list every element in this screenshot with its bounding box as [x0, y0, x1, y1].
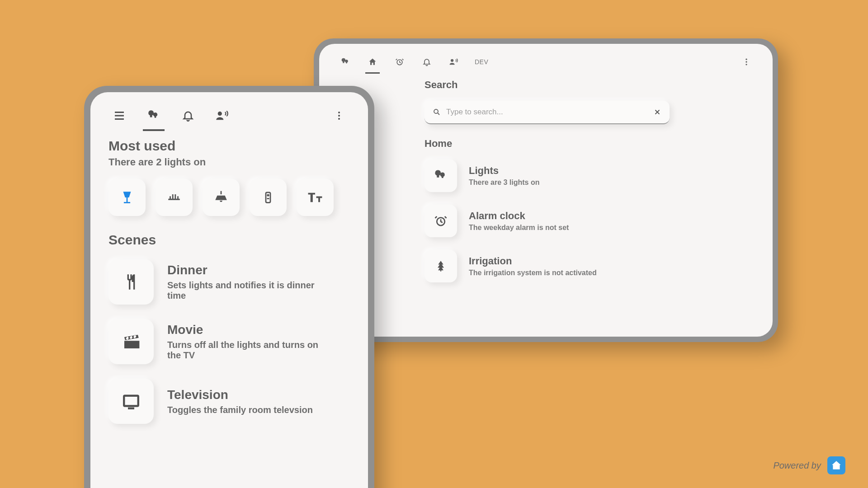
powered-by-text: Powered by [773, 460, 821, 471]
svg-point-4 [745, 64, 747, 65]
scene-movie[interactable]: Movie Turns off all the lights and turns… [108, 319, 350, 364]
item-title: Lights [469, 165, 539, 177]
menu-icon[interactable] [108, 105, 130, 127]
item-title: Alarm clock [469, 210, 569, 222]
svg-point-11 [338, 118, 340, 120]
svg-point-5 [434, 109, 438, 113]
item-texts: Irrigation The irrigation system is not … [469, 255, 597, 277]
tab-lightbulb-icon[interactable] [143, 105, 165, 127]
tablet-overflow-button[interactable] [737, 53, 755, 71]
tab-voice-icon[interactable] [445, 53, 463, 71]
home-heading: Home [425, 138, 670, 150]
tab-home-icon[interactable] [363, 53, 382, 71]
phone-device: Most used There are 2 lights on Scenes [84, 86, 374, 488]
tablet-content: Search Home Lights There are 3 lights on [336, 72, 755, 282]
scene-title: Dinner [167, 263, 330, 277]
footer-brand: Powered by [773, 456, 845, 474]
chip-desk-lamp[interactable] [108, 179, 146, 216]
phone-overflow-button[interactable] [328, 105, 350, 127]
tab-bell-icon[interactable] [418, 53, 436, 71]
most-used-subtitle: There are 2 lights on [108, 156, 350, 168]
tv-icon [108, 379, 154, 424]
tab-lightbulb-icon[interactable] [336, 53, 354, 71]
svg-point-8 [218, 112, 222, 116]
svg-point-10 [338, 115, 340, 117]
item-subtitle: The irrigation system is not activated [469, 269, 597, 277]
tab-voice-icon[interactable] [212, 105, 233, 127]
home-item-lights[interactable]: Lights There are 3 lights on [425, 160, 670, 192]
phone-topbar [108, 105, 350, 127]
search-box[interactable] [425, 101, 670, 124]
dev-label[interactable]: DEV [475, 58, 488, 66]
svg-point-2 [745, 59, 747, 60]
scene-subtitle: Sets lights and notifies it is dinner ti… [167, 280, 330, 301]
search-icon [433, 108, 441, 116]
item-subtitle: There are 3 lights on [469, 178, 539, 187]
fork-knife-icon [108, 259, 154, 305]
item-texts: Lights There are 3 lights on [469, 165, 539, 187]
tablet-topbar: DEV [336, 52, 755, 72]
scene-subtitle: Turns off all the lights and turns on th… [167, 340, 330, 361]
most-used-title: Most used [108, 138, 350, 154]
scene-texts: Television Toggles the family room telev… [167, 388, 313, 415]
item-texts: Alarm clock The weekday alarm is not set [469, 210, 569, 232]
svg-point-9 [338, 112, 340, 113]
svg-rect-15 [124, 396, 138, 406]
chip-ceiling-light[interactable] [203, 179, 240, 216]
chip-row [108, 179, 350, 216]
chip-remote[interactable] [250, 179, 287, 216]
scenes-title: Scenes [108, 232, 350, 248]
search-heading: Search [425, 79, 670, 91]
scene-subtitle: Toggles the family room televsion [167, 405, 313, 415]
scene-title: Movie [167, 323, 330, 337]
scene-texts: Dinner Sets lights and notifies it is di… [167, 263, 330, 301]
search-input[interactable] [446, 108, 653, 117]
clapperboard-icon [108, 319, 154, 364]
lightbulb-group-icon [425, 160, 457, 192]
item-title: Irrigation [469, 255, 597, 267]
svg-point-13 [268, 195, 269, 196]
scene-dinner[interactable]: Dinner Sets lights and notifies it is di… [108, 259, 350, 305]
home-assistant-icon [827, 456, 845, 474]
clear-icon[interactable] [653, 108, 661, 116]
tablet-screen: DEV Search Home [319, 44, 773, 337]
scene-texts: Movie Turns off all the lights and turns… [167, 323, 330, 361]
scene-television[interactable]: Television Toggles the family room telev… [108, 379, 350, 424]
svg-point-3 [745, 61, 747, 62]
home-item-alarm[interactable]: Alarm clock The weekday alarm is not set [425, 205, 670, 237]
alarm-clock-icon [425, 205, 457, 237]
home-item-irrigation[interactable]: Irrigation The irrigation system is not … [425, 250, 670, 282]
tree-icon [425, 250, 457, 282]
svg-rect-12 [266, 192, 270, 203]
tab-bell-icon[interactable] [177, 105, 199, 127]
chip-bridge[interactable] [156, 179, 193, 216]
tablet-device: DEV Search Home [314, 38, 778, 342]
tab-alarm-icon[interactable] [391, 53, 409, 71]
chip-text[interactable] [297, 179, 334, 216]
scene-title: Television [167, 388, 313, 402]
item-subtitle: The weekday alarm is not set [469, 224, 569, 232]
phone-screen: Most used There are 2 lights on Scenes [90, 92, 368, 488]
svg-point-1 [451, 59, 453, 62]
svg-rect-7 [440, 270, 441, 272]
